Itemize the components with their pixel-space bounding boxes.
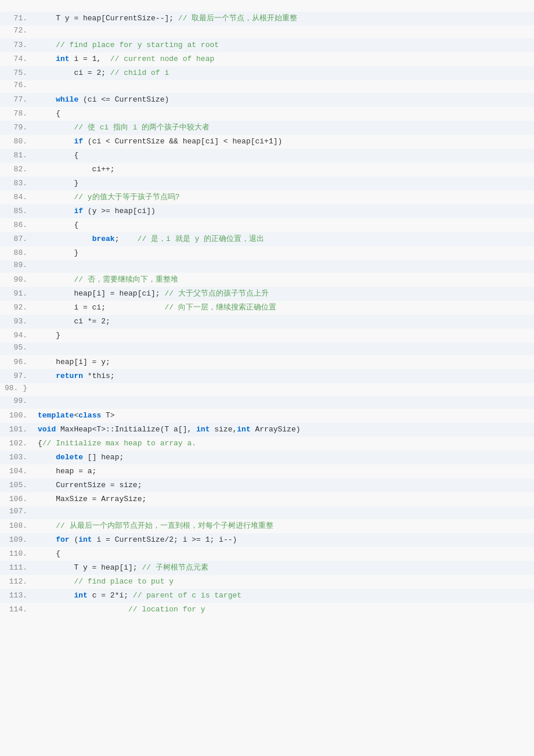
line-content: { xyxy=(32,107,60,120)
code-token: size, xyxy=(210,425,237,434)
line-number: 87. xyxy=(0,235,32,243)
code-line: 83. } xyxy=(0,177,534,190)
comment-token: // y的值大于等于孩子节点吗? xyxy=(74,193,179,201)
line-content: heap = a; xyxy=(32,465,96,478)
line-number: 91. xyxy=(0,289,32,298)
line-content: return *this; xyxy=(32,370,115,383)
code-token: (y >= heap[ci]) xyxy=(83,207,156,215)
line-number: 83. xyxy=(0,179,32,188)
code-line: 108. // 从最后一个内部节点开始，一直到根，对每个子树进行堆重整 xyxy=(0,519,534,533)
code-line: 111. T y = heap[i]; // 子树根节点元素 xyxy=(0,561,534,575)
line-content: if (y >= heap[ci]) xyxy=(32,205,156,218)
comment-token: // 子树根节点元素 xyxy=(142,563,208,572)
code-line: 74. int i = 1, // current node of heap xyxy=(0,52,534,66)
code-token xyxy=(38,235,92,243)
keyword-token: delete xyxy=(56,453,83,462)
line-content: template<class T> xyxy=(32,409,115,422)
line-content: // location for y xyxy=(32,603,205,616)
line-number: 114. xyxy=(0,605,32,614)
code-token xyxy=(38,453,56,462)
line-content: // 否，需要继续向下，重整堆 xyxy=(32,273,178,286)
code-token: ArraySize) xyxy=(251,425,301,434)
comment-token: // current node of heap xyxy=(110,55,214,63)
code-token: i = ci; xyxy=(38,303,164,312)
comment-token: // find place to put y xyxy=(74,577,174,586)
line-content: // 从最后一个内部节点开始，一直到根，对每个子树进行堆重整 xyxy=(32,520,273,532)
line-number: 76. xyxy=(0,81,32,89)
code-line: 84. // y的值大于等于孩子节点吗? xyxy=(0,190,534,204)
line-number: 82. xyxy=(0,165,32,174)
line-number: 94. xyxy=(0,331,32,340)
line-number: 75. xyxy=(0,69,32,77)
code-line: 73. // find place for y starting at root xyxy=(0,38,534,52)
line-number: 89. xyxy=(0,261,32,269)
code-token xyxy=(38,207,74,215)
code-line: 107. xyxy=(0,506,534,519)
comment-token: // 取最后一个节点，从根开始重整 xyxy=(178,14,297,23)
line-number: 88. xyxy=(0,249,32,257)
line-number: 96. xyxy=(0,358,32,366)
line-number: 74. xyxy=(0,55,32,63)
code-token: (ci < CurrentSize && heap[ci] < heap[ci+… xyxy=(83,137,282,146)
line-number: 95. xyxy=(0,343,32,352)
line-content: // find place to put y xyxy=(32,575,174,588)
code-line: 71. T y = heap[CurrentSize--]; // 取最后一个节… xyxy=(0,12,534,26)
code-line: 92. i = ci; // 向下一层，继续搜索正确位置 xyxy=(0,301,534,315)
comment-token: // 大于父节点的孩子节点上升 xyxy=(164,289,268,298)
code-token: *this; xyxy=(83,372,115,380)
line-content: ci++; xyxy=(32,163,115,176)
code-token xyxy=(38,55,56,63)
code-token: T> xyxy=(101,411,114,420)
comment-token: // location for y xyxy=(128,605,205,614)
code-token xyxy=(38,123,74,132)
code-line: 75. ci = 2; // child of i xyxy=(0,66,534,80)
code-line: 106. MaxSize = ArraySize; xyxy=(0,492,534,506)
line-number: 107. xyxy=(0,507,32,516)
line-content: T y = heap[CurrentSize--]; // 取最后一个节点，从根… xyxy=(32,12,297,25)
line-content: // 使 ci 指向 i 的两个孩子中较大者 xyxy=(32,121,210,134)
line-content: delete [] heap; xyxy=(32,451,124,464)
line-number: 106. xyxy=(0,495,32,503)
code-token: } xyxy=(38,331,60,340)
line-content: void MaxHeap<T>::Initialize(T a[], int s… xyxy=(32,423,301,436)
line-content: } xyxy=(32,329,60,342)
line-number: 113. xyxy=(0,591,32,600)
code-token xyxy=(38,591,74,600)
code-line: 78. { xyxy=(0,107,534,121)
code-token: heap = a; xyxy=(38,467,96,476)
code-token: c = 2*i; xyxy=(88,591,133,600)
line-content: int i = 1, // current node of heap xyxy=(32,53,214,66)
comment-token: // 否，需要继续向下，重整堆 xyxy=(74,275,178,284)
keyword-token: if xyxy=(74,137,83,146)
keyword-token: break xyxy=(92,235,115,243)
code-token: ( xyxy=(70,535,79,544)
line-content: { xyxy=(32,548,60,560)
line-content: } xyxy=(32,177,78,190)
code-line: 82. ci++; xyxy=(0,163,534,177)
code-line: 86. { xyxy=(0,218,534,232)
comment-token: // 使 ci 指向 i 的两个孩子中较大者 xyxy=(74,123,210,132)
comment-token: // 从最后一个内部节点开始，一直到根，对每个子树进行堆重整 xyxy=(56,521,273,530)
code-line: 90. // 否，需要继续向下，重整堆 xyxy=(0,273,534,287)
line-number: 72. xyxy=(0,26,32,35)
code-token: { xyxy=(38,439,42,448)
code-line: 101.void MaxHeap<T>::Initialize(T a[], i… xyxy=(0,423,534,437)
code-token xyxy=(38,535,56,544)
line-content: { xyxy=(32,149,78,162)
comment-token: // 是，i 就是 y 的正确位置，退出 xyxy=(138,235,264,243)
line-number: 80. xyxy=(0,137,32,146)
line-content: MaxSize = ArraySize; xyxy=(32,493,146,506)
line-number: 85. xyxy=(0,207,32,215)
code-container: 71. T y = heap[CurrentSize--]; // 取最后一个节… xyxy=(0,0,534,756)
code-line: 105. CurrentSize = size; xyxy=(0,478,534,492)
line-number: 71. xyxy=(0,14,32,23)
line-content: } xyxy=(32,247,78,260)
code-token xyxy=(38,605,128,614)
line-number: 100. xyxy=(0,411,32,420)
line-content: // find place for y starting at root xyxy=(32,39,219,52)
code-token: i = 1, xyxy=(70,55,110,63)
code-token: (ci <= CurrentSize) xyxy=(78,95,169,104)
line-content: int c = 2*i; // parent of c is target xyxy=(32,589,241,602)
code-token: T y = heap[CurrentSize--]; xyxy=(38,14,178,23)
line-number: 103. xyxy=(0,453,32,462)
